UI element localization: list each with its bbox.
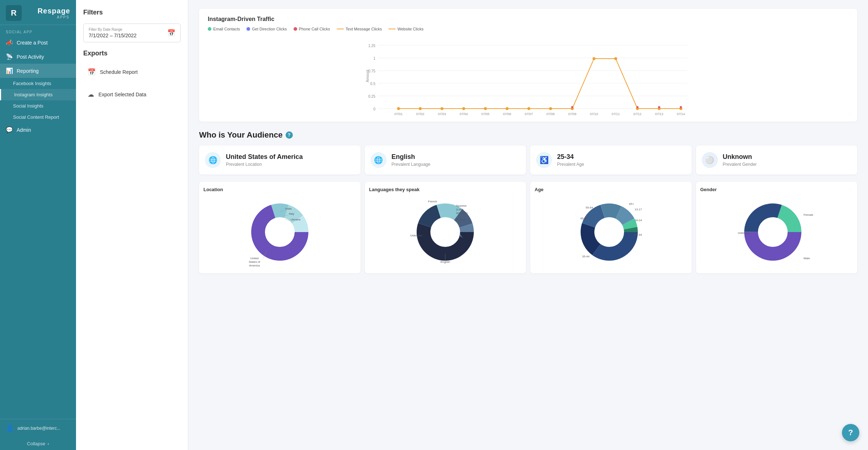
date-range-label: Filter By Date Range	[89, 28, 136, 31]
sidebar-item-post-activity[interactable]: 📡 Post Activity	[0, 50, 76, 64]
svg-text:India: India	[285, 207, 292, 210]
sidebar-section-label: SOCIAL APP	[0, 25, 76, 35]
svg-text:Male: Male	[804, 257, 810, 260]
sidebar-user: 👤 adrian.barbe@interc...	[6, 424, 70, 432]
sidebar-item-facebook-insights[interactable]: Facebook Insights	[0, 78, 76, 89]
audience-card-location: 🌐 United States of America Prevalent Loc…	[199, 146, 361, 174]
post-activity-icon: 📡	[6, 53, 13, 60]
location-chart-card: Location India	[199, 182, 361, 273]
svg-text:13-17: 13-17	[635, 208, 642, 211]
svg-text:25-34: 25-34	[635, 233, 642, 236]
svg-text:Female: Female	[804, 213, 813, 216]
svg-text:0.25: 0.25	[368, 94, 376, 98]
svg-text:35-44: 35-44	[582, 255, 590, 258]
sidebar-item-label: Reporting	[17, 68, 39, 74]
svg-text:United: United	[250, 257, 258, 260]
help-fab-button[interactable]: ?	[842, 424, 859, 441]
audience-section: Who is Your Audience ? 🌐 United States o…	[199, 130, 857, 273]
svg-text:States of: States of	[249, 260, 260, 264]
svg-text:07/10: 07/10	[590, 112, 598, 116]
chart-legend: Email Contacts Get Direction Clicks Phon…	[208, 27, 848, 31]
gender-main: Unknown	[723, 153, 757, 161]
logo-icon: R	[6, 5, 22, 21]
audience-charts-row: Location India	[199, 182, 857, 273]
schedule-report-button[interactable]: 📅 Schedule Report	[83, 64, 181, 80]
audience-title: Who is Your Audience ?	[199, 130, 857, 140]
audience-cards: 🌐 United States of America Prevalent Loc…	[199, 146, 857, 174]
svg-point-31	[484, 107, 487, 110]
sidebar-collapse-button[interactable]: Collapse ‹	[0, 437, 76, 450]
sidebar-logo-area: R Respage APPS	[0, 0, 76, 25]
svg-text:07/14: 07/14	[677, 112, 685, 116]
age-sub: Prevalent Age	[557, 162, 584, 167]
legend-dot	[208, 27, 211, 31]
svg-point-29	[441, 107, 443, 110]
svg-point-41	[571, 106, 573, 108]
date-end: 7/15/2022	[114, 33, 136, 38]
svg-text:07/09: 07/09	[568, 112, 577, 116]
svg-text:America: America	[249, 264, 260, 267]
main-area: Filters Filter By Date Range 7/1/2022 – …	[76, 0, 868, 450]
sidebar-item-social-content-report[interactable]: Social Content Report	[0, 112, 76, 123]
sidebar-item-label: Post Activity	[17, 54, 44, 60]
chart-title: Instagram-Driven Traffic	[208, 16, 848, 22]
svg-text:07/13: 07/13	[655, 112, 663, 116]
sidebar-item-social-insights[interactable]: Social Insights	[0, 100, 76, 112]
export-cloud-icon: ☁	[88, 91, 94, 98]
audience-card-age: ♿ 25-34 Prevalent Age	[530, 146, 692, 174]
legend-website-clicks: Website Clicks	[388, 27, 424, 31]
legend-text-message: Text Message Clicks	[337, 27, 382, 31]
svg-text:1: 1	[373, 56, 375, 60]
gender-sub: Prevalent Gender	[723, 162, 757, 167]
sidebar-item-admin[interactable]: 💬 Admin	[0, 123, 76, 137]
sidebar-item-create-post[interactable]: 📣 Create a Post	[0, 35, 76, 50]
svg-point-27	[397, 107, 400, 110]
schedule-report-label: Schedule Report	[100, 69, 138, 75]
svg-point-81	[598, 221, 620, 243]
svg-point-43	[658, 106, 660, 108]
svg-text:Italy: Italy	[289, 212, 294, 215]
sidebar-item-instagram-insights[interactable]: Instagram Insights	[0, 89, 76, 100]
svg-text:Unknown: Unknown	[410, 234, 422, 237]
sidebar-item-reporting[interactable]: 📊 Reporting	[0, 64, 76, 78]
legend-phone-call: Phone Call Clicks	[294, 27, 330, 31]
svg-point-42	[636, 106, 639, 108]
sidebar-item-label: Admin	[17, 127, 31, 133]
sidebar-item-label: Create a Post	[17, 40, 48, 46]
legend-line	[388, 29, 396, 29]
svg-text:0: 0	[373, 107, 375, 111]
legend-label: Get Direction Clicks	[252, 27, 287, 31]
language-donut: French Spanish (Latin America) English .…	[369, 196, 522, 268]
age-chart-title: Age	[535, 187, 687, 192]
location-sub: Prevalent Location	[226, 162, 303, 167]
gender-chart-card: Gender Unknown Male Female	[696, 182, 858, 273]
svg-point-34	[549, 107, 552, 110]
export-data-button[interactable]: ☁ Export Selected Data	[83, 87, 181, 102]
sidebar: R Respage APPS SOCIAL APP 📣 Create a Pos…	[0, 0, 76, 450]
svg-text:Amount: Amount	[366, 70, 370, 83]
svg-point-36	[593, 57, 595, 60]
export-data-label: Export Selected Data	[98, 92, 146, 97]
svg-point-65	[434, 221, 456, 243]
language-main: English	[392, 153, 430, 161]
svg-text:45-54: 45-54	[580, 217, 588, 220]
instagram-insights-label: Instagram Insights	[14, 92, 52, 97]
gender-chart-title: Gender	[700, 187, 853, 192]
svg-text:(Latin: (Latin	[456, 208, 463, 211]
svg-text:55-64: 55-64	[586, 206, 593, 209]
social-insights-label: Social Insights	[13, 103, 43, 109]
user-email: adrian.barbe@interc...	[17, 426, 60, 431]
svg-point-92	[762, 221, 784, 243]
location-chart-title: Location	[203, 187, 356, 192]
traffic-chart-section: Instagram-Driven Traffic Email Contacts …	[199, 9, 857, 122]
date-range-picker[interactable]: Filter By Date Range 7/1/2022 – 7/15/202…	[83, 24, 181, 42]
exports-title: Exports	[83, 50, 181, 57]
sidebar-footer: 👤 adrian.barbe@interc...	[0, 419, 76, 437]
location-donut: India Italy Ukraine United States of Ame…	[203, 196, 356, 268]
svg-text:65+: 65+	[629, 202, 634, 206]
language-sub: Prevalent Language	[392, 162, 430, 167]
line-chart-container: 0 0.25 0.5 0.75 1 1.25 Amount 0	[208, 36, 848, 116]
content-area: Instagram-Driven Traffic Email Contacts …	[188, 0, 868, 450]
chevron-left-icon: ‹	[47, 441, 49, 446]
svg-text:Ukraine: Ukraine	[291, 218, 301, 221]
